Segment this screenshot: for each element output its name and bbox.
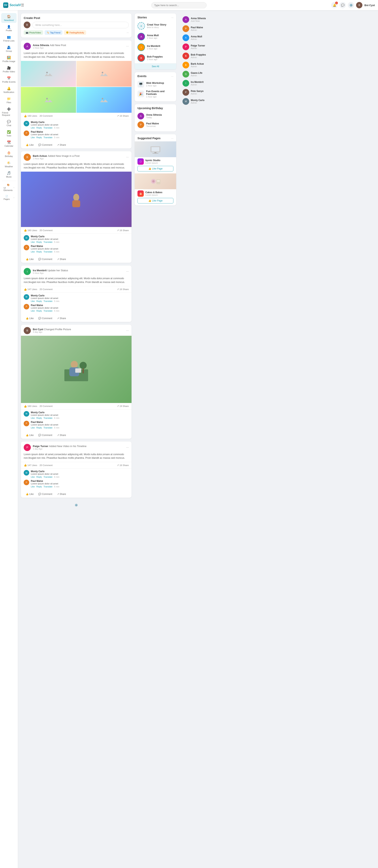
share-btn-4[interactable]: ↗ Share bbox=[55, 433, 68, 438]
like-action-3b[interactable]: Like bbox=[31, 310, 35, 312]
post-menu-4[interactable]: ··· bbox=[126, 329, 129, 332]
translate-action-4a[interactable]: Translate bbox=[43, 417, 52, 419]
story-item-bob-frapples[interactable]: B Bob Frapples 1 hour ago bbox=[135, 53, 176, 63]
comment-btn-1[interactable]: 💬 Comment bbox=[36, 143, 54, 147]
sidebar-item-ui-elements[interactable]: 🎨 UI Elements › bbox=[1, 182, 16, 193]
sidebar-item-birthday[interactable]: 🎂 Birthday bbox=[1, 149, 16, 159]
create-post-input[interactable]: Write something here... bbox=[32, 22, 129, 28]
translate-action-5a[interactable]: Translate bbox=[43, 476, 52, 478]
post-menu-3[interactable]: ··· bbox=[126, 270, 129, 273]
sidebar-item-friend-request[interactable]: ➕ Friend Request bbox=[1, 105, 16, 118]
far-right-item-paige-turner[interactable]: P Paige Turner Admin bbox=[181, 42, 213, 52]
reply-action-5a[interactable]: Reply bbox=[36, 476, 42, 478]
search-input[interactable] bbox=[151, 2, 207, 8]
far-right-item-paul-malve[interactable]: P Paul Malve Admin bbox=[181, 24, 213, 33]
like-btn-5[interactable]: 👍 Like bbox=[24, 492, 36, 496]
sidebar-item-notification[interactable]: 🔔 Notification bbox=[1, 85, 16, 95]
see-all-stories-btn[interactable]: See All bbox=[135, 63, 176, 69]
settings-btn[interactable]: ⚙️ bbox=[348, 2, 354, 8]
feeling-activity-btn[interactable]: 😊 Feeling/Activity bbox=[64, 30, 86, 35]
reply-action-3b[interactable]: Reply bbox=[36, 310, 42, 312]
create-post-more-btn[interactable]: ··· bbox=[127, 31, 129, 34]
like-btn-4[interactable]: 👍 Like bbox=[24, 433, 36, 438]
like-action-5a[interactable]: Like bbox=[31, 476, 35, 478]
translate-action-4b[interactable]: Translate bbox=[43, 427, 52, 429]
sidebar-item-files[interactable]: 📁 Files bbox=[1, 95, 16, 105]
translate-action-3b[interactable]: Translate bbox=[43, 310, 52, 312]
comment-btn-5[interactable]: 💬 Comment bbox=[36, 492, 54, 496]
like-page-btn-iqonic[interactable]: 👍 Like Page bbox=[137, 166, 173, 172]
event-item-fun-events[interactable]: 🎉 Fun Events and Festivals 1 hour ago bbox=[137, 89, 173, 99]
share-btn-1[interactable]: ↗ Share bbox=[55, 143, 68, 147]
like-action-1a[interactable]: Like bbox=[31, 127, 35, 129]
like-action-2b[interactable]: Like bbox=[31, 250, 35, 253]
events-more-icon[interactable]: ··· bbox=[171, 75, 173, 78]
like-btn-1[interactable]: 👍 Like bbox=[24, 143, 36, 147]
sidebar-item-weather[interactable]: 🌤️ Weather bbox=[1, 159, 16, 169]
story-item-ira-membrit[interactable]: I Ira Membrit 1 hour ago bbox=[135, 42, 176, 53]
like-action-4b[interactable]: Like bbox=[31, 427, 35, 429]
sidebar-item-friend-lists[interactable]: 👥 Friend Lists bbox=[1, 34, 16, 43]
translate-action-2a[interactable]: Translate bbox=[43, 241, 52, 243]
sidebar-item-profile[interactable]: 👤 Profile bbox=[1, 23, 16, 33]
sidebar-item-profile-events[interactable]: 📅 Profile Events bbox=[1, 75, 16, 85]
share-btn-2[interactable]: ↗ Share bbox=[55, 257, 68, 261]
like-action-4a[interactable]: Like bbox=[31, 417, 35, 419]
reply-action-1a[interactable]: Reply bbox=[36, 127, 42, 129]
like-btn-3[interactable]: 👍 Like bbox=[24, 316, 36, 321]
translate-action-5b[interactable]: Translate bbox=[43, 486, 52, 488]
reply-action-2a[interactable]: Reply bbox=[36, 241, 42, 243]
reply-action-1b[interactable]: Reply bbox=[36, 136, 42, 138]
reply-action-4a[interactable]: Reply bbox=[36, 417, 42, 419]
translate-action-2b[interactable]: Translate bbox=[43, 250, 52, 253]
hamburger-icon[interactable]: ☰ bbox=[21, 3, 24, 7]
far-right-item-pete-sanyo[interactable]: P Pete Sanyo Admin bbox=[181, 88, 213, 97]
create-story-item[interactable]: ＋ Creat Your Story time to story bbox=[135, 21, 176, 31]
like-action-1b[interactable]: Like bbox=[31, 136, 35, 138]
translate-action-1a[interactable]: Translate bbox=[43, 127, 52, 129]
birthday-item-anna[interactable]: A Anna Sthesia Today bbox=[137, 112, 173, 120]
translate-action-1b[interactable]: Translate bbox=[43, 136, 52, 138]
comment-btn-2[interactable]: 💬 Comment bbox=[36, 257, 54, 261]
notification-btn[interactable]: 🔔 1 bbox=[331, 2, 338, 8]
sidebar-item-todo[interactable]: ✅ Todo bbox=[1, 128, 16, 138]
far-right-item-ira-membrit[interactable]: I Ira Membrit Admin bbox=[181, 79, 213, 88]
like-btn-2[interactable]: 👍 Like bbox=[24, 257, 36, 261]
sidebar-item-profile-video[interactable]: 🎥 Profile Video bbox=[1, 64, 16, 74]
share-btn-3[interactable]: ↗ Share bbox=[55, 316, 68, 321]
far-right-item-anna-mull[interactable]: A Anna Mull Admin bbox=[181, 33, 213, 42]
post-menu-2[interactable]: ··· bbox=[126, 155, 129, 159]
stories-more-icon[interactable]: ··· bbox=[171, 16, 173, 19]
far-right-item-barb-ackue[interactable]: B Barb Ackue Admin bbox=[181, 61, 213, 70]
sidebar-item-newsfeed[interactable]: 🏠 Newsfeed bbox=[1, 13, 16, 23]
far-right-item-anna-sthesia[interactable]: A Anna Sthesia Just Now bbox=[181, 15, 213, 24]
sidebar-item-pages[interactable]: 📄 Pages › bbox=[1, 193, 16, 202]
like-page-btn-cakes[interactable]: 👍 Like Page bbox=[137, 198, 173, 204]
sidebar-item-profile-image[interactable]: 🖼️ Profile Image bbox=[1, 54, 16, 64]
tag-friend-btn[interactable]: 🏷️ Tag Friend bbox=[45, 30, 62, 35]
sidebar-item-group[interactable]: 🫂 Group bbox=[1, 44, 16, 54]
reply-action-5b[interactable]: Reply bbox=[36, 486, 42, 488]
sidebar-item-chat[interactable]: 💬 Chat bbox=[1, 118, 16, 128]
birthday-item-paul[interactable]: P Paul Malve Tomorrow bbox=[137, 120, 173, 129]
pages-more-icon[interactable]: ··· bbox=[171, 137, 173, 140]
reply-action-2b[interactable]: Reply bbox=[36, 250, 42, 253]
like-action-5b[interactable]: Like bbox=[31, 486, 35, 488]
sidebar-item-calendar[interactable]: 📆 Calendar bbox=[1, 139, 16, 149]
like-action-3a[interactable]: Like bbox=[31, 300, 35, 302]
reply-action-4b[interactable]: Reply bbox=[36, 427, 42, 429]
post-menu-5[interactable]: ··· bbox=[126, 446, 129, 449]
sidebar-item-music[interactable]: 🎵 Music bbox=[1, 169, 16, 180]
far-right-item-bob-frapples[interactable]: B Bob Frapples Admin bbox=[181, 52, 213, 61]
far-right-item-gaara-life[interactable]: G Gaara Life Admin bbox=[181, 70, 213, 79]
comment-btn-4[interactable]: 💬 Comment bbox=[36, 433, 54, 438]
far-right-item-monty-carlo[interactable]: M Monty Carlo Admin bbox=[181, 97, 213, 106]
message-btn[interactable]: 💬 bbox=[340, 2, 346, 8]
reply-action-3a[interactable]: Reply bbox=[36, 300, 42, 302]
like-action-2a[interactable]: Like bbox=[31, 241, 35, 243]
photo-video-btn[interactable]: 📷 Photo/Video bbox=[24, 30, 43, 35]
story-item-anna-mull[interactable]: A Anna Mull 1 hour ago bbox=[135, 31, 176, 42]
comment-btn-3[interactable]: 💬 Comment bbox=[36, 316, 54, 321]
post-menu-1[interactable]: ··· bbox=[126, 44, 129, 48]
translate-action-3a[interactable]: Translate bbox=[43, 300, 52, 302]
